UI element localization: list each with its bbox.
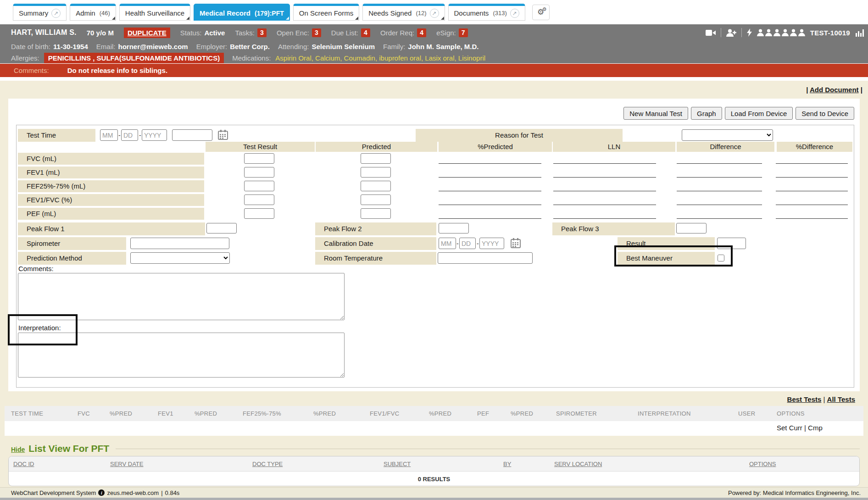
doc-col-doc-id[interactable]: DOC ID [13, 461, 34, 467]
calendar-icon[interactable] [511, 238, 521, 249]
peak-flow-3-input[interactable] [676, 223, 707, 233]
allergies-label: Allergies: [11, 54, 39, 62]
fvc-test-result-input[interactable] [244, 153, 274, 164]
tab-summary[interactable]: Summary ↗ [13, 4, 67, 21]
tab-documents[interactable]: Documents (313) ↗ [448, 4, 525, 21]
fef-predicted-input[interactable] [361, 181, 391, 191]
load-from-device-button[interactable]: Load From Device [725, 107, 793, 120]
add-user-icon[interactable] [726, 29, 736, 37]
pef-test-result-input[interactable] [244, 208, 274, 219]
add-document-link[interactable]: | Add Document | [806, 86, 862, 94]
empty-results-row: 0 RESULTS [9, 472, 859, 486]
graph-button[interactable]: Graph [691, 107, 722, 120]
doc-col-serv-date[interactable]: SERV DATE [110, 461, 143, 467]
due-list-label: Due List: [331, 29, 358, 37]
doc-col-doc-type[interactable]: DOC TYPE [252, 461, 283, 467]
popout-icon[interactable]: ↗ [510, 9, 519, 18]
interpretation-textarea[interactable] [18, 333, 345, 378]
doc-col-serv-location[interactable]: SERV LOCATION [554, 461, 602, 467]
test-time-month-input[interactable] [100, 129, 118, 141]
duplicate-flag[interactable]: DUPLICATE [124, 28, 170, 38]
bar-chart-icon[interactable] [855, 28, 864, 37]
new-manual-test-button[interactable]: New Manual Test [623, 107, 688, 120]
fev1-pct-difference-line [776, 177, 848, 178]
tab-summary-label: Summary [19, 9, 48, 17]
tab-needs-signed[interactable]: Needs Signed (12) ↗ [362, 4, 445, 21]
tab-health-surveillance[interactable]: Health Surveillance [119, 4, 190, 21]
hide-link[interactable]: Hide [11, 446, 25, 453]
fev1-predicted-input[interactable] [361, 167, 391, 178]
allergies-value[interactable]: PENICILLINS , SULFA(SULFONAMIDE ANTIBIOT… [44, 53, 224, 63]
peak-flow-1-input[interactable] [206, 223, 237, 233]
results-col-pred5: %PRED [511, 410, 533, 417]
spirometer-input[interactable] [130, 238, 229, 249]
pft-row-fev1: FEV1 (mL) [17, 167, 854, 179]
tab-on-screen-forms[interactable]: On Screen Forms [293, 4, 359, 21]
room-temperature-input[interactable] [438, 252, 533, 264]
pft-form: Test Time - - Reason for Test Test Resul… [16, 125, 854, 388]
best-tests-link[interactable]: Best Tests [787, 395, 822, 403]
fev1fvc-difference-line [677, 205, 762, 205]
user-icon [782, 29, 789, 36]
prediction-method-label: Prediction Method [18, 252, 126, 265]
set-curr-cmp-link[interactable]: Set Curr | Cmp [777, 424, 823, 432]
result-label: Result [618, 237, 715, 250]
tab-medrec-label: Medical Record [200, 9, 250, 17]
fev1-test-result-input[interactable] [244, 167, 274, 178]
all-tests-link[interactable]: All Tests [827, 395, 855, 403]
tab-admin-label: Admin [76, 9, 95, 17]
fev1fvc-test-result-input[interactable] [244, 194, 274, 205]
peak-flow-1-label: Peak Flow 1 [18, 222, 205, 235]
fvc-predicted-input[interactable] [361, 153, 391, 164]
pef-predicted-input[interactable] [361, 208, 391, 219]
lightning-icon[interactable] [747, 28, 752, 37]
results-col-fef: FEF25%-75% [243, 410, 281, 417]
popout-icon[interactable]: ↗ [51, 9, 61, 18]
order-req-badge[interactable]: 4 [417, 28, 426, 37]
status-value: Active [204, 29, 225, 37]
list-view-title: List View For PFT [28, 443, 109, 454]
results-col-pred3: %PRED [313, 410, 336, 417]
user-icon [773, 29, 780, 36]
settings-gear-button[interactable]: ⚙ ⚙ [532, 5, 550, 20]
medications-value[interactable]: Aspirin Oral, Calcium, Coumadin, ibuprof… [275, 54, 485, 62]
comments-textarea[interactable] [18, 273, 345, 320]
popout-icon[interactable]: ↗ [430, 9, 439, 18]
test-time-year-input[interactable] [142, 129, 167, 141]
best-maneuver-checkbox[interactable] [718, 255, 724, 261]
test-time-day-input[interactable] [121, 129, 138, 141]
tasks-badge[interactable]: 3 [257, 28, 267, 37]
result-input[interactable] [717, 238, 746, 249]
email-value: horner@mieweb.com [118, 43, 188, 50]
patient-id: TEST-10019 [810, 29, 850, 37]
spirometer-label: Spirometer [18, 237, 126, 250]
status-label: Status: [180, 29, 202, 37]
due-list-badge[interactable]: 4 [361, 28, 370, 37]
peak-flow-2-input[interactable] [439, 223, 469, 233]
tab-docs-label: Documents [454, 9, 489, 17]
prediction-method-select[interactable] [130, 252, 230, 264]
calibration-year-input[interactable] [479, 238, 504, 249]
esign-badge[interactable]: 7 [459, 28, 468, 37]
send-to-device-button[interactable]: Send to Device [796, 107, 854, 120]
tab-admin[interactable]: Admin (46) [70, 4, 116, 21]
header-icons: TEST-10019 [706, 24, 864, 41]
open-enc-badge[interactable]: 3 [312, 28, 321, 37]
calibration-day-input[interactable] [459, 238, 476, 249]
fef-test-result-input[interactable] [244, 181, 274, 191]
reason-for-test-select[interactable] [682, 129, 773, 141]
video-camera-icon[interactable] [706, 29, 716, 36]
doc-col-subject[interactable]: SUBJECT [384, 461, 411, 467]
doc-col-by[interactable]: BY [503, 461, 511, 467]
tab-medical-record[interactable]: Medical Record (179):PFT [194, 4, 290, 21]
doc-col-options[interactable]: OPTIONS [749, 461, 776, 467]
results-col-fvc: FVC [78, 410, 90, 417]
calendar-icon[interactable] [218, 129, 228, 140]
date-separator: - [139, 132, 141, 139]
fev1-lln-line [553, 177, 656, 178]
fev1fvc-predicted-input[interactable] [361, 194, 391, 205]
calibration-month-input[interactable] [439, 238, 456, 249]
row-label: FEF25%-75% (mL) [18, 180, 204, 192]
patient-name: HART, WILLIAM S. [11, 28, 77, 37]
test-time-time-input[interactable] [172, 129, 212, 141]
